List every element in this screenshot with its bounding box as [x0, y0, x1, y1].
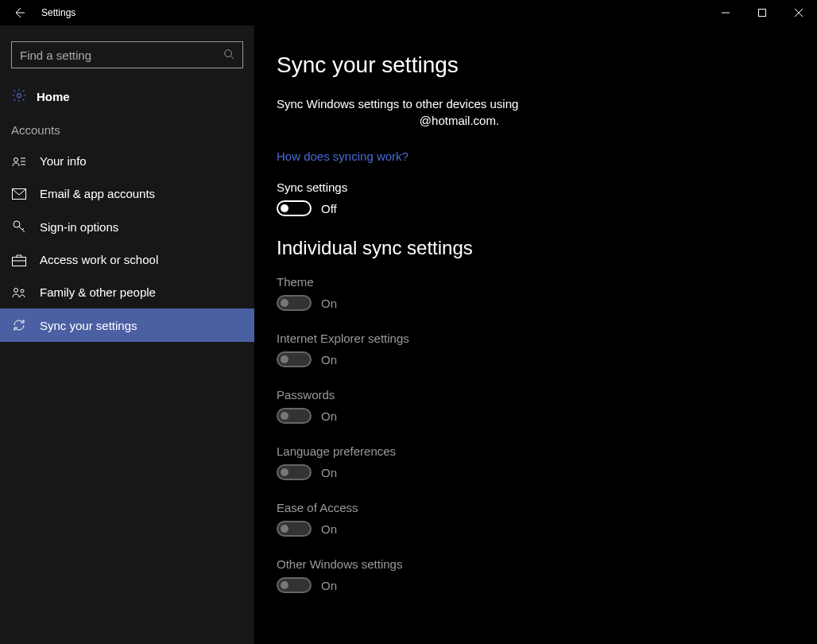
sidebar-item-label: Your info — [40, 154, 87, 168]
sidebar-item-work-school[interactable]: Access work or school — [0, 243, 254, 276]
home-row[interactable]: Home — [0, 81, 254, 117]
settings-window: Settings — [0, 0, 817, 644]
language-state: On — [321, 466, 337, 479]
sync-settings-toggle[interactable] — [277, 200, 312, 216]
sidebar-item-label: Family & other people — [40, 285, 156, 299]
svg-rect-0 — [759, 10, 766, 17]
sidebar-item-label: Sign-in options — [40, 220, 118, 234]
theme-label: Theme — [277, 275, 801, 289]
sidebar-item-family[interactable]: Family & other people — [0, 276, 254, 308]
ease-state: On — [321, 522, 337, 536]
ie-state: On — [321, 353, 337, 367]
briefcase-icon — [11, 254, 27, 266]
search-box[interactable] — [11, 41, 243, 68]
back-button[interactable] — [0, 0, 38, 25]
svg-point-1 — [225, 49, 232, 56]
minimize-button[interactable] — [707, 0, 744, 25]
sidebar-item-sync[interactable]: Sync your settings — [0, 308, 254, 342]
sidebar-item-signin[interactable]: Sign-in options — [0, 210, 254, 243]
sidebar-item-label: Email & app accounts — [40, 187, 155, 200]
sync-icon — [11, 318, 27, 332]
window-title: Settings — [38, 7, 76, 18]
people-icon — [11, 286, 27, 299]
maximize-button[interactable] — [744, 0, 780, 25]
desc-line1: Sync Windows settings to other devices u… — [277, 97, 518, 111]
how-sync-works-link[interactable]: How does syncing work? — [277, 149, 408, 163]
language-label: Language preferences — [277, 444, 801, 458]
sidebar-item-your-info[interactable]: Your info — [0, 145, 254, 177]
titlebar: Settings — [0, 0, 817, 25]
search-icon — [223, 48, 234, 62]
page-title: Sync your settings — [277, 52, 801, 78]
theme-toggle — [277, 295, 312, 311]
theme-state: On — [321, 297, 337, 310]
passwords-label: Passwords — [277, 388, 801, 402]
passwords-toggle — [277, 408, 312, 424]
other-toggle — [277, 577, 312, 593]
sync-settings-state: Off — [321, 202, 337, 215]
ease-toggle — [277, 521, 312, 537]
sidebar: Home Accounts Your info Email & app acco… — [0, 25, 254, 644]
ease-label: Ease of Access — [277, 501, 801, 514]
svg-rect-6 — [13, 257, 26, 266]
desc-line2: @hotmail.com. — [277, 112, 642, 129]
sync-description: Sync Windows settings to other devices u… — [277, 95, 642, 129]
sidebar-item-label: Access work or school — [40, 253, 158, 266]
person-card-icon — [11, 155, 27, 168]
svg-point-3 — [14, 157, 18, 161]
svg-point-5 — [14, 221, 20, 227]
svg-point-7 — [14, 288, 18, 292]
home-label: Home — [37, 90, 70, 103]
close-button[interactable] — [780, 0, 817, 25]
passwords-state: On — [321, 409, 337, 423]
other-state: On — [321, 579, 337, 592]
sidebar-item-label: Sync your settings — [40, 319, 137, 332]
other-label: Other Windows settings — [277, 557, 801, 571]
ie-label: Internet Explorer settings — [277, 332, 801, 345]
section-label: Accounts — [0, 117, 254, 145]
key-icon — [11, 219, 27, 234]
sidebar-item-email[interactable]: Email & app accounts — [0, 177, 254, 210]
svg-rect-4 — [13, 188, 26, 199]
sync-settings-label: Sync settings — [277, 180, 801, 194]
main-content: Sync your settings Sync Windows settings… — [254, 25, 817, 644]
ie-toggle — [277, 351, 312, 367]
mail-icon — [11, 188, 27, 200]
gear-icon — [11, 87, 27, 106]
language-toggle — [277, 464, 312, 480]
individual-heading: Individual sync settings — [277, 237, 801, 259]
svg-point-8 — [21, 289, 24, 293]
svg-point-2 — [17, 94, 21, 98]
search-input[interactable] — [20, 48, 223, 62]
